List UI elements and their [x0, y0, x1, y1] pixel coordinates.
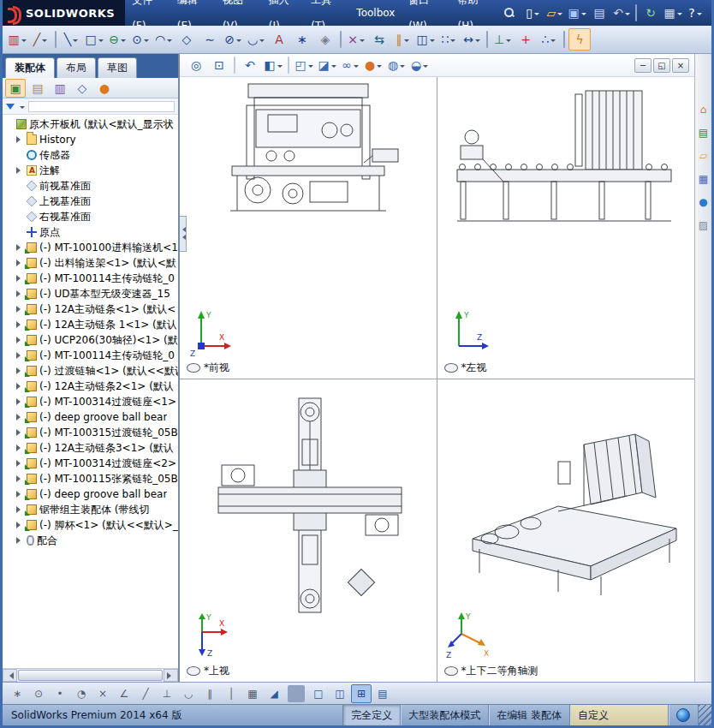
scroll-left-button[interactable]	[3, 669, 17, 682]
tree-item[interactable]: (-) 12A主动链条2<1> (默认	[3, 379, 178, 394]
undo-button[interactable]: ↶	[610, 2, 633, 24]
appearances-tab[interactable]: ●	[696, 194, 711, 210]
status-custom-toolbar[interactable]: 自定义	[569, 705, 668, 725]
snap-points-button[interactable]: ∗	[7, 684, 27, 703]
save-button[interactable]: ▣	[566, 2, 588, 24]
quick-snaps-button[interactable]: ∴	[538, 28, 560, 51]
snap-center-button[interactable]: ⊙	[28, 684, 49, 703]
tree-item[interactable]: (-) MT-100314过渡链座<1>	[3, 394, 178, 409]
sketch-button[interactable]: ╱	[29, 28, 51, 51]
status-globe-segment[interactable]	[668, 705, 698, 725]
snap-parallel-button[interactable]: ∥	[199, 684, 220, 703]
minimize-document-button[interactable]: ─	[634, 58, 652, 73]
snap-hv-button[interactable]: │	[221, 684, 241, 703]
text-button[interactable]: A	[268, 28, 290, 51]
display-relations-button[interactable]: ⊥	[491, 28, 514, 51]
tree-item[interactable]: History	[3, 132, 178, 147]
expand-arrow-icon[interactable]	[16, 534, 24, 546]
point-button[interactable]: ∗	[291, 28, 313, 51]
tree-item[interactable]: 传感器	[3, 147, 178, 163]
view-palette-tab[interactable]: ▦	[696, 171, 711, 187]
status-large-assembly-mode[interactable]: 大型装配体模式	[400, 705, 488, 725]
viewport-four-button[interactable]: ⊞	[351, 684, 372, 703]
snap-midpoint-button[interactable]: •	[50, 684, 70, 703]
design-library-tab[interactable]: ▤	[696, 125, 711, 140]
viewport-single-button[interactable]: □	[308, 684, 329, 703]
trim-button[interactable]: ×	[345, 28, 367, 51]
slot-button[interactable]: ⊖	[106, 28, 128, 51]
dropdown-caret-icon[interactable]	[20, 106, 25, 111]
linear-pattern-button[interactable]: ∷	[437, 28, 460, 51]
tree-item[interactable]: 锯带组主装配体 (带线切	[3, 502, 178, 517]
open-button[interactable]: ▱	[544, 2, 566, 24]
snap-tangent-button[interactable]: ◡	[178, 684, 199, 703]
tree-item[interactable]: 右视基准面	[3, 209, 178, 224]
plane-button[interactable]: ◈	[314, 28, 336, 51]
tree-item[interactable]: 配合	[3, 533, 178, 548]
filter-funnel-icon[interactable]	[6, 104, 15, 110]
tree-item[interactable]: 前视基准面	[3, 178, 178, 194]
tree-item[interactable]: (-) MT-100100进料输送机<1	[3, 240, 178, 255]
polygon-button[interactable]: ◇	[176, 28, 198, 51]
expand-arrow-icon[interactable]	[16, 457, 24, 469]
configurationmanager-tab[interactable]: ▥	[50, 79, 70, 98]
expand-arrow-icon[interactable]	[16, 257, 24, 269]
repair-sketch-button[interactable]: +	[515, 28, 537, 51]
viewport-two-button[interactable]: ◫	[330, 684, 350, 703]
snap-quadrant-button[interactable]: ◔	[71, 684, 92, 703]
ellipse-button[interactable]: ⊘	[222, 28, 244, 51]
expand-arrow-icon[interactable]	[16, 319, 24, 331]
expand-arrow-icon[interactable]	[16, 473, 24, 485]
tree-item[interactable]: (-) 脚杯<1> (默认<<默认>_	[3, 517, 178, 533]
section-view-button[interactable]: ◧	[262, 54, 284, 76]
apply-scene-button[interactable]: ◍	[385, 54, 408, 76]
tab-assembly[interactable]: 装配体	[5, 57, 55, 78]
snap-intersection-button[interactable]: ×	[92, 684, 113, 703]
dimxpert-tab[interactable]: ◇	[72, 79, 92, 98]
tree-item[interactable]: (-) MT-100115张紧链轮_05B	[3, 471, 178, 486]
view-settings-button[interactable]: ◒	[408, 54, 431, 76]
expand-arrow-icon[interactable]	[16, 288, 24, 300]
expand-arrow-icon[interactable]	[16, 380, 24, 392]
search-icon[interactable]	[504, 8, 515, 18]
new-document-button[interactable]: ▯	[521, 2, 544, 24]
rectangle-button[interactable]: □	[83, 28, 105, 51]
viewport-front[interactable]: Y X Z *前视	[180, 77, 437, 379]
expand-arrow-icon[interactable]	[16, 365, 24, 377]
propertymanager-tab[interactable]: ▤	[27, 79, 48, 98]
snap-grid-button[interactable]: ▦	[242, 684, 263, 703]
displaymanager-tab[interactable]: ●	[94, 79, 115, 98]
instant3d-button[interactable]: ϟ	[568, 28, 591, 51]
resize-grip[interactable]	[698, 705, 711, 725]
expand-arrow-icon[interactable]	[16, 272, 24, 284]
tree-item[interactable]: (-) MT-100114主传动链轮_0	[3, 348, 178, 363]
menu-toolbox[interactable]: Toolbox	[349, 0, 402, 26]
print-button[interactable]: ▤	[588, 2, 610, 24]
expand-arrow-icon[interactable]	[16, 488, 24, 500]
convert-entities-button[interactable]: ⇆	[368, 28, 390, 51]
expand-arrow-icon[interactable]	[16, 442, 24, 454]
expand-arrow-icon[interactable]	[16, 164, 24, 176]
featuremanager-tab[interactable]: ▣	[5, 79, 26, 98]
expand-arrow-icon[interactable]	[16, 349, 24, 361]
tab-layout[interactable]: 布局	[57, 57, 96, 78]
viewport-link-button[interactable]: ▤	[372, 684, 393, 703]
scroll-right-button[interactable]	[164, 669, 178, 682]
line-button[interactable]: ╲	[60, 28, 82, 51]
expand-arrow-icon[interactable]	[16, 519, 24, 531]
spline-button[interactable]: ∼	[199, 28, 221, 51]
filter-input[interactable]	[28, 101, 175, 112]
collapse-panel-handle[interactable]	[180, 216, 187, 252]
scrollbar-thumb[interactable]	[18, 670, 163, 681]
tree-item[interactable]: (-) MT-100314过渡链座<2>	[3, 456, 178, 471]
tree-item[interactable]: 上视基准面	[3, 194, 178, 209]
tree-horizontal-scrollbar[interactable]	[3, 668, 178, 682]
tab-sketch[interactable]: 草图	[98, 57, 137, 78]
tree-item[interactable]: 原木开板机 (默认<默认_显示状	[3, 116, 178, 132]
move-button[interactable]: ↔	[461, 28, 483, 51]
expand-arrow-icon[interactable]	[16, 134, 24, 146]
custom-properties-tab[interactable]: ▨	[696, 218, 711, 233]
tree-item[interactable]: (-) 12A主动链条 1<1> (默认	[3, 317, 178, 332]
view-orientation-button[interactable]: ◰	[293, 54, 315, 76]
sketch-snaps-button[interactable]: ◢	[264, 684, 284, 703]
